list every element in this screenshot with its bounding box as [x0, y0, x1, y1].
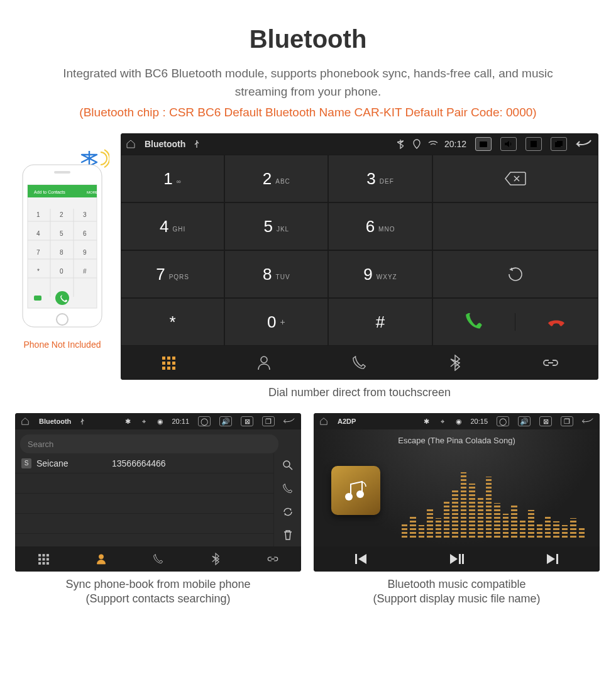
contact-row-empty [15, 514, 273, 534]
next-button[interactable] [504, 546, 600, 572]
svg-text:4: 4 [36, 230, 40, 237]
key-9[interactable]: 9WXYZ [328, 250, 432, 298]
volume-icon[interactable]: 🔊 [219, 416, 232, 426]
key-star[interactable]: * [121, 298, 224, 346]
recent-icon[interactable] [551, 137, 567, 151]
volume-icon[interactable] [500, 137, 517, 151]
statusbar-title: A2DP [338, 418, 356, 425]
phone-icon [353, 356, 366, 370]
redial-button[interactable] [432, 250, 598, 298]
play-pause-button[interactable] [409, 546, 505, 572]
statusbar-title: Bluetooth [145, 139, 185, 149]
back-icon[interactable] [580, 416, 595, 426]
contact-row[interactable]: S Seicane 13566664466 [15, 453, 273, 473]
svg-text:6: 6 [83, 230, 87, 237]
call-icon[interactable] [274, 477, 301, 500]
page-title: Bluetooth [15, 25, 601, 53]
nav-contacts[interactable] [216, 346, 312, 380]
home-icon[interactable] [126, 139, 136, 149]
svg-rect-24 [34, 296, 41, 301]
prev-button[interactable] [314, 546, 409, 572]
recent-icon[interactable]: ❐ [561, 416, 573, 426]
screenshot-icon[interactable] [475, 137, 492, 151]
music-caption-1: Bluetooth music compatible [314, 578, 600, 591]
contacts-caption-1: Sync phone-book from mobile phone [15, 578, 301, 591]
screenshot-icon[interactable]: ◯ [497, 416, 509, 426]
contacts-screen: Bluetooth ✱ ⌖ ◉ 20:11 ◯ 🔊 ⊠ ❐ Search [15, 413, 301, 572]
nav-pair[interactable] [244, 546, 301, 572]
svg-point-28 [482, 143, 485, 146]
key-0[interactable]: 0+ [224, 298, 328, 346]
backspace-button[interactable] [432, 155, 598, 202]
nav-pair[interactable] [503, 346, 598, 380]
svg-rect-37 [355, 554, 357, 564]
contact-row-empty [15, 494, 273, 514]
call-controls [432, 298, 598, 346]
key-6[interactable]: 6MNO [328, 202, 432, 250]
location-icon [412, 139, 422, 149]
back-icon[interactable] [281, 416, 296, 426]
dialpad-icon [162, 357, 175, 370]
key-8[interactable]: 8TUV [224, 250, 328, 298]
search-icon[interactable] [274, 453, 301, 477]
svg-point-35 [345, 493, 353, 501]
screenshot-icon[interactable]: ◯ [198, 416, 211, 426]
svg-point-34 [99, 555, 103, 559]
track-title: Escape (The Pina Colada Song) [314, 436, 600, 445]
nav-contacts[interactable] [72, 546, 129, 572]
close-icon[interactable] [525, 137, 542, 151]
contact-row-empty [15, 473, 273, 494]
svg-rect-31 [555, 142, 561, 147]
contacts-caption-2: (Support contacts searching) [15, 592, 301, 606]
search-input[interactable]: Search [20, 434, 278, 453]
home-icon[interactable] [319, 416, 329, 426]
bluetooth-icon: ✱ [123, 416, 133, 426]
key-3[interactable]: 3DEF [328, 155, 432, 202]
sync-icon[interactable] [274, 500, 301, 523]
location-icon: ⌖ [139, 416, 149, 426]
hero-description: Integrated with BC6 Bluetooth module, su… [38, 65, 578, 101]
key-7[interactable]: 7PQRS [121, 250, 224, 298]
music-caption-2: (Support display music file name) [314, 592, 600, 606]
hangup-button[interactable] [515, 316, 598, 328]
svg-point-36 [356, 490, 364, 498]
nav-dialpad[interactable] [121, 346, 216, 380]
svg-rect-38 [459, 554, 461, 564]
bottom-nav [121, 346, 598, 380]
nav-calls[interactable] [312, 346, 407, 380]
close-icon[interactable]: ⊠ [241, 416, 253, 426]
statusbar-time: 20:12 [444, 139, 466, 149]
nav-bluetooth[interactable] [187, 546, 244, 572]
nav-bluetooth[interactable] [407, 346, 503, 380]
nav-calls[interactable] [129, 546, 187, 572]
wifi-icon: ◉ [155, 416, 165, 426]
statusbar-title: Bluetooth [39, 418, 71, 425]
hero-spec: (Bluetooth chip : CSR BC6 Default Blueto… [15, 106, 601, 119]
svg-text:1: 1 [36, 211, 40, 218]
volume-icon[interactable]: 🔊 [518, 416, 531, 426]
back-icon[interactable] [573, 139, 593, 149]
usb-icon [192, 139, 202, 149]
home-icon[interactable] [20, 416, 30, 426]
key-1[interactable]: 1∞ [121, 155, 224, 202]
bluetooth-icon [450, 355, 460, 371]
location-icon: ⌖ [437, 416, 448, 426]
svg-rect-26 [54, 171, 70, 174]
person-icon [257, 355, 271, 370]
link-icon [542, 357, 559, 369]
svg-rect-1 [28, 185, 97, 308]
call-button[interactable] [433, 313, 515, 331]
statusbar: Bluetooth ✱ ⌖ ◉ 20:11 ◯ 🔊 ⊠ ❐ [15, 413, 301, 429]
recent-icon[interactable]: ❐ [262, 416, 275, 426]
close-icon[interactable]: ⊠ [539, 416, 552, 426]
svg-text:*: * [37, 268, 40, 275]
link-icon [267, 555, 279, 563]
contact-number: 13566664466 [112, 458, 267, 468]
delete-icon[interactable] [274, 523, 301, 546]
key-4[interactable]: 4GHI [121, 202, 224, 250]
svg-point-23 [55, 291, 69, 305]
key-2[interactable]: 2ABC [224, 155, 328, 202]
key-hash[interactable]: # [328, 298, 432, 346]
key-5[interactable]: 5JKL [224, 202, 328, 250]
nav-dialpad[interactable] [15, 546, 72, 572]
